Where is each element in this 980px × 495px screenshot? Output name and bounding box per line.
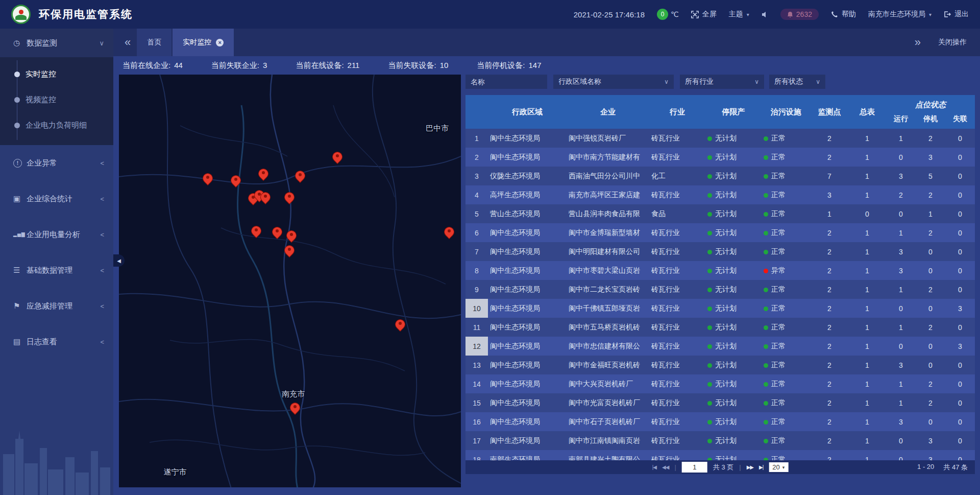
facility-text: 正常 [771, 342, 786, 350]
map-pin[interactable] [284, 245, 295, 255]
table-row[interactable]: 1阆中生态环境局阆中强锐页岩砖厂砖瓦行业无计划正常21120 [465, 129, 975, 148]
sidebar-item-log-view[interactable]: ▤日志查看< [0, 324, 113, 360]
map-pin[interactable] [231, 175, 241, 185]
tabs-scroll-left-icon[interactable]: « [125, 37, 131, 48]
table-row[interactable]: 16阆中生态环境局阆中市石子页岩机砖厂砖瓦行业无计划正常21300 [465, 412, 975, 431]
cell-monitor-points: 2 [811, 323, 848, 332]
status-dot-green [764, 363, 768, 368]
table-row[interactable]: 4高坪生态环境局南充市高坪区王家店建砖瓦行业无计划正常31220 [465, 185, 975, 204]
name-filter-input[interactable] [465, 75, 547, 89]
map-pin[interactable] [444, 227, 454, 237]
page-input[interactable] [682, 462, 707, 473]
cell-total-meters: 1 [848, 153, 886, 161]
status-dot-green [707, 155, 712, 160]
map-pin[interactable] [272, 227, 282, 237]
table-row[interactable]: 11阆中生态环境局阆中市五马桥页岩机砖砖瓦行业无计划正常21120 [465, 318, 975, 337]
map-pin[interactable] [290, 403, 300, 413]
sidebar-item-emergency-reduction[interactable]: ⚑应急减排管理< [0, 288, 113, 324]
sidebar-item-base-data-mgmt[interactable]: ☰基础数据管理< [0, 252, 113, 288]
page-size-select[interactable]: 20 ▾ [769, 462, 788, 472]
datetime-text: 2021-02-25 17:46:18 [574, 10, 645, 19]
facility-text: 正常 [771, 361, 786, 369]
cell-region: 阆中生态环境局 [488, 436, 567, 445]
tab-close-icon[interactable]: × [216, 39, 224, 46]
map-pin[interactable] [260, 192, 271, 202]
table-row[interactable]: 10阆中生态环境局阆中千佛镇五郎垭页岩砖瓦行业无计划正常21003 [465, 299, 975, 318]
first-page-button[interactable]: |◀ [652, 464, 656, 470]
tab-home[interactable]: 首页 [137, 29, 172, 56]
fullscreen-icon [691, 11, 699, 18]
cell-running: 2 [886, 191, 916, 199]
cell-industry: 食品 [649, 209, 705, 219]
org-menu[interactable]: 南充市生态环境局 ▾ [868, 10, 932, 19]
prev-page-button[interactable]: ◀◀ [662, 464, 669, 470]
table-row[interactable]: 14阆中生态环境局阆中大兴页岩机砖厂砖瓦行业无计划正常21120 [465, 374, 975, 393]
map-pin[interactable] [332, 152, 342, 162]
table-row[interactable]: 5营山生态环境局营山县润丰肉食品有限食品无计划正常10010 [465, 204, 975, 223]
cell-total-meters: 1 [848, 437, 886, 445]
map-pin[interactable] [295, 171, 305, 181]
table-row[interactable]: 18南部生态环境局南部县建兴土陶有限公砖瓦行业无计划正常21030 [465, 450, 975, 460]
chevron-left-icon: ◀ [117, 258, 121, 264]
cell-stopped: 5 [916, 172, 945, 180]
mute-button[interactable] [762, 11, 768, 18]
cell-limit-production: 无计划 [705, 455, 762, 461]
map-pin[interactable] [251, 226, 261, 236]
cell-region: 阆中生态环境局 [488, 304, 567, 313]
cell-company: 阆中市光富页岩机砖厂 [567, 398, 649, 408]
map-panel[interactable]: 巴中市南充市遂宁市 [119, 75, 461, 487]
theme-button[interactable]: 主题 ▾ [729, 10, 749, 19]
cell-limit-production: 无计划 [705, 285, 762, 294]
sidebar-item-video-monitor[interactable]: 视频监控 [0, 87, 113, 112]
status-dot-green [764, 193, 768, 198]
help-button[interactable]: 帮助 [831, 10, 856, 19]
next-page-button[interactable]: ▶▶ [747, 464, 753, 470]
sidebar-item-realtime-monitor[interactable]: 实时监控 [0, 61, 113, 87]
close-operations-button[interactable]: 关闭操作 [938, 38, 967, 47]
table-row[interactable]: 6阆中生态环境局阆中市金博瑞新型墙材砖瓦行业无计划正常21120 [465, 223, 975, 242]
table-row[interactable]: 9阆中生态环境局阆中市二龙长宝页岩砖砖瓦行业无计划正常21120 [465, 280, 975, 299]
industry-filter-select[interactable]: 所有行业 ∨ [680, 75, 764, 89]
stat-value: 211 [348, 61, 360, 69]
cell-total-meters: 0 [848, 210, 886, 218]
column-header-region: 行政区域 [488, 95, 567, 129]
sidebar-item-enterprise-abnormal[interactable]: !企业异常< [0, 145, 113, 181]
cell-stopped: 2 [916, 229, 945, 237]
table-row[interactable]: 3仪陇生态环境局西南油气田分公司川中化工无计划正常71350 [465, 167, 975, 185]
cell-limit-production: 无计划 [705, 134, 762, 143]
facility-text: 正常 [771, 247, 786, 255]
sidebar-item-enterprise-stats[interactable]: ▣企业综合统计< [0, 181, 113, 217]
tab-realtime-monitor[interactable]: 实时监控 × [173, 29, 234, 56]
table-row[interactable]: 7阆中生态环境局阆中明阳建材有限公司砖瓦行业无计划正常21300 [465, 242, 975, 261]
cell-industry: 砖瓦行业 [649, 380, 705, 389]
sidebar-item-data-monitoring[interactable]: ◷数据监测∨ [0, 29, 113, 57]
sidebar-item-power-usage-analysis[interactable]: ▂▅▇企业用电量分析< [0, 217, 113, 252]
table-row[interactable]: 12阆中生态环境局阆中市忠信建材有限公砖瓦行业无计划正常21003 [465, 337, 975, 356]
cell-total-meters: 1 [848, 323, 886, 332]
map-pin[interactable] [286, 230, 297, 241]
notification-badge[interactable]: 2632 [780, 9, 819, 20]
status-filter-select[interactable]: 所有状态 ∨ [769, 75, 825, 89]
table-row[interactable]: 13阆中生态环境局阆中市金福旺页岩机砖砖瓦行业无计划正常21300 [465, 356, 975, 374]
table-row[interactable]: 2阆中生态环境局阆中市南方节能建材有砖瓦行业无计划正常21030 [465, 148, 975, 167]
table-header: 行政区域 企业 行业 停限产 治污设施 监测点 总表 点位状态 运行 停机 失联 [465, 95, 975, 129]
fullscreen-button[interactable]: 全屏 [691, 10, 717, 19]
last-page-button[interactable]: ▶| [759, 464, 763, 470]
limit-text: 无计划 [715, 323, 737, 331]
table-row[interactable]: 17阆中生态环境局阆中市江南镇阆南页岩砖瓦行业无计划正常21030 [465, 431, 975, 450]
cell-region: 阆中生态环境局 [488, 266, 567, 275]
region-filter-select[interactable]: 行政区域名称 ∨ [553, 75, 674, 89]
cell-monitor-points: 2 [811, 361, 848, 369]
cell-monitor-points: 2 [811, 342, 848, 350]
table-row[interactable]: 15阆中生态环境局阆中市光富页岩机砖厂砖瓦行业无计划正常21120 [465, 393, 975, 412]
tabs-scroll-right-icon[interactable]: » [915, 37, 921, 48]
sidebar-item-power-load-detail[interactable]: 企业电力负荷明细 [0, 112, 113, 138]
sidebar-item-label: 应急减排管理 [27, 301, 100, 311]
table-row[interactable]: 8阆中生态环境局阆中市枣碧大梁山页岩砖瓦行业无计划异常21300 [465, 261, 975, 280]
logout-button[interactable]: 退出 [944, 10, 969, 19]
notification-count: 2632 [796, 10, 812, 18]
map-pin[interactable] [395, 319, 405, 329]
map-pin[interactable] [258, 169, 268, 179]
map-pin[interactable] [203, 173, 213, 183]
map-pin[interactable] [284, 192, 295, 202]
